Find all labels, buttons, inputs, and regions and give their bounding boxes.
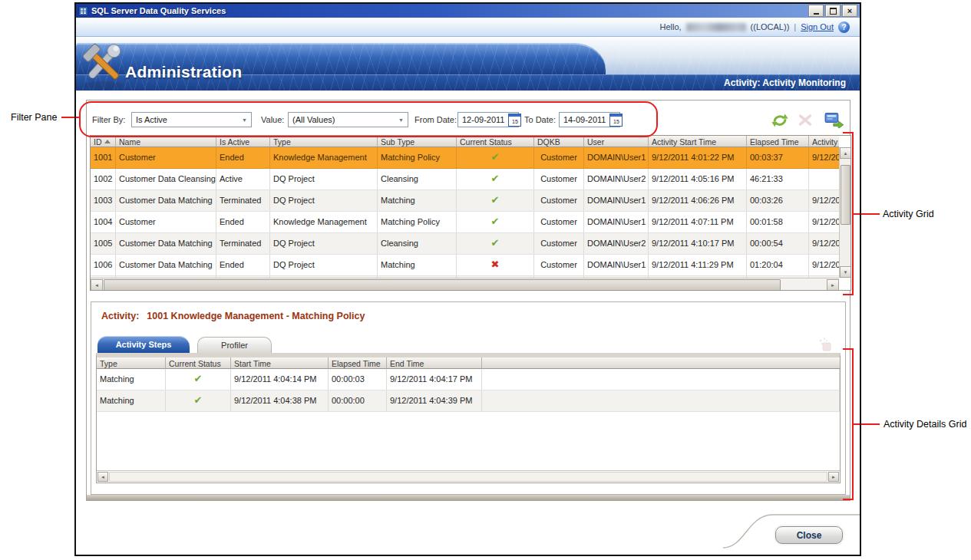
scroll-left-button[interactable]: ◄ <box>97 472 108 482</box>
greeting-text: Hello, <box>659 22 681 31</box>
column-header-name[interactable]: Name <box>116 136 216 147</box>
cell-id: 1004 <box>91 212 116 232</box>
current-status-cell: ✔ <box>166 390 231 411</box>
status-success-icon: ✔ <box>491 151 500 163</box>
scrollbar-thumb[interactable] <box>841 165 850 225</box>
cell-id: 1006 <box>91 255 116 275</box>
column-header-type[interactable]: Type <box>270 136 378 147</box>
current-status-cell: ✔ <box>457 190 534 211</box>
user-name-redacted <box>686 23 746 31</box>
cell-filler <box>482 369 840 390</box>
server-label: ((LOCAL)) <box>751 22 790 31</box>
scrollbar-thumb[interactable] <box>104 279 781 291</box>
close-window-button[interactable]: × <box>842 5 857 17</box>
activity-row-1003[interactable]: 1003Customer Data MatchingTerminatedDQ P… <box>91 190 839 212</box>
value-select[interactable]: (All Values) ▼ <box>288 112 408 127</box>
column-header-status[interactable]: Current Status <box>457 136 534 147</box>
filter-by-select[interactable]: Is Active ▼ <box>131 112 252 127</box>
cell-end: 9/12/2011 4:04:17 PM <box>387 369 482 390</box>
cell-name: Customer <box>116 212 216 232</box>
horizontal-scrollbar[interactable]: ◄ ► <box>91 278 839 291</box>
column-header-end[interactable]: Activity <box>809 136 839 147</box>
activity-row-1005[interactable]: 1005Customer Data MatchingTerminatedDQ P… <box>91 233 839 255</box>
cell-dqkb: Customer <box>534 147 584 168</box>
cell-sub_type: Matching Policy <box>378 147 457 168</box>
sign-out-link[interactable]: Sign Out <box>801 22 834 31</box>
activity-row-1001[interactable]: 1001CustomerEndedKnowledge ManagementMat… <box>91 147 839 169</box>
cell-user: DOMAIN\User1 <box>584 147 649 168</box>
current-status-cell: ✔ <box>457 147 534 168</box>
to-date-picker[interactable]: 14-09-2011 15 <box>559 112 620 127</box>
from-date-picker[interactable]: 12-09-2011 15 <box>457 112 519 127</box>
scroll-right-button[interactable]: ► <box>828 472 839 482</box>
horizontal-scrollbar[interactable]: ◄ ► <box>97 470 840 483</box>
column-header-status[interactable]: Current Status <box>166 357 231 369</box>
restore-button[interactable] <box>825 5 841 17</box>
column-header-start[interactable]: Activity Start Time <box>649 136 747 147</box>
column-header-filler[interactable] <box>482 357 840 369</box>
chevron-down-icon: ▼ <box>238 117 251 123</box>
refresh-icon[interactable] <box>771 112 789 128</box>
close-button[interactable]: Close <box>775 526 843 544</box>
scrollbar-thumb[interactable] <box>109 472 827 482</box>
cell-end: 9/12/20 <box>809 190 839 211</box>
column-header-elapsed[interactable]: Elapsed Time <box>747 136 809 147</box>
activity-row-1006[interactable]: 1006Customer Data MatchingEndedDQ Projec… <box>91 255 839 276</box>
export-icon[interactable] <box>824 112 844 128</box>
cell-start: 9/12/2011 4:01:22 PM <box>649 147 747 168</box>
minimize-button[interactable] <box>808 5 824 17</box>
calendar-icon[interactable]: 15 <box>609 114 623 127</box>
column-header-user[interactable]: User <box>584 136 649 147</box>
column-header-is_active[interactable]: Is Active <box>216 136 270 147</box>
cell-end: 9/12/20 <box>809 212 839 232</box>
step-row-1[interactable]: Matching✔9/12/2011 4:04:14 PM00:00:039/1… <box>97 369 840 390</box>
cell-type: Knowledge Management <box>270 147 378 168</box>
tab-profiler[interactable]: Profiler <box>197 337 272 353</box>
cell-id: 1003 <box>91 190 116 211</box>
status-success-icon: ✔ <box>194 373 203 384</box>
step-row-2[interactable]: Matching✔9/12/2011 4:04:38 PM00:00:009/1… <box>97 390 840 412</box>
details-title-value: 1001 Knowledge Management - Matching Pol… <box>147 311 365 321</box>
column-header-elapsed[interactable]: Elapsed Time <box>329 357 387 369</box>
value-value: (All Values) <box>292 115 335 124</box>
value-label: Value: <box>261 115 284 124</box>
column-header-type[interactable]: Type <box>97 357 166 369</box>
column-header-start[interactable]: Start Time <box>231 357 329 369</box>
close-icon: × <box>847 7 852 15</box>
annotation-line <box>61 117 79 118</box>
activity-row-1002[interactable]: 1002Customer Data CleansingActiveDQ Proj… <box>91 169 839 190</box>
scroll-down-button[interactable]: ▼ <box>840 266 851 278</box>
from-date-label: From Date: <box>414 115 457 124</box>
cell-user: DOMAIN\User1 <box>584 212 649 232</box>
cell-is_active: Active <box>216 169 270 189</box>
scroll-up-button[interactable]: ▲ <box>840 147 851 159</box>
vertical-scrollbar[interactable]: ▲ ▼ <box>839 147 851 278</box>
user-bar: Hello, ((LOCAL)) | Sign Out ? <box>76 18 860 37</box>
cell-end: 9/12/20 <box>809 147 839 168</box>
cell-start: 9/12/2011 4:04:38 PM <box>231 390 329 411</box>
cell-id: 1005 <box>91 233 116 254</box>
scroll-left-button[interactable]: ◄ <box>91 279 103 291</box>
cell-user: DOMAIN\User1 <box>584 255 649 275</box>
cell-start: 9/12/2011 4:11:29 PM <box>649 255 747 275</box>
column-header-sub_type[interactable]: Sub Type <box>378 136 457 147</box>
column-header-end[interactable]: End Time <box>387 357 482 369</box>
cell-is_active: Terminated <box>216 233 270 254</box>
cell-is_active: Ended <box>216 255 270 275</box>
calendar-icon-top <box>509 114 520 117</box>
activity-row-1004[interactable]: 1004CustomerEndedKnowledge ManagementMat… <box>91 212 839 233</box>
current-status-cell: ✖ <box>457 255 534 275</box>
column-header-dqkb[interactable]: DQKB <box>534 136 584 147</box>
context-breadcrumb: Activity: Activity Monitoring <box>724 77 846 88</box>
calendar-icon[interactable]: 15 <box>508 114 521 127</box>
scroll-right-button[interactable]: ► <box>827 279 839 291</box>
app-icon <box>78 6 88 16</box>
panel-bottom-edge <box>87 495 850 501</box>
tools-icon <box>76 39 130 91</box>
cell-sub_type: Matching <box>378 255 457 275</box>
activity-grid: IDNameIs ActiveTypeSub TypeCurrent Statu… <box>90 135 851 291</box>
tab-activity-steps[interactable]: Activity Steps <box>97 336 190 353</box>
help-icon[interactable]: ? <box>838 21 850 33</box>
column-header-id[interactable]: ID <box>91 136 116 147</box>
cell-name: Customer <box>116 147 216 168</box>
